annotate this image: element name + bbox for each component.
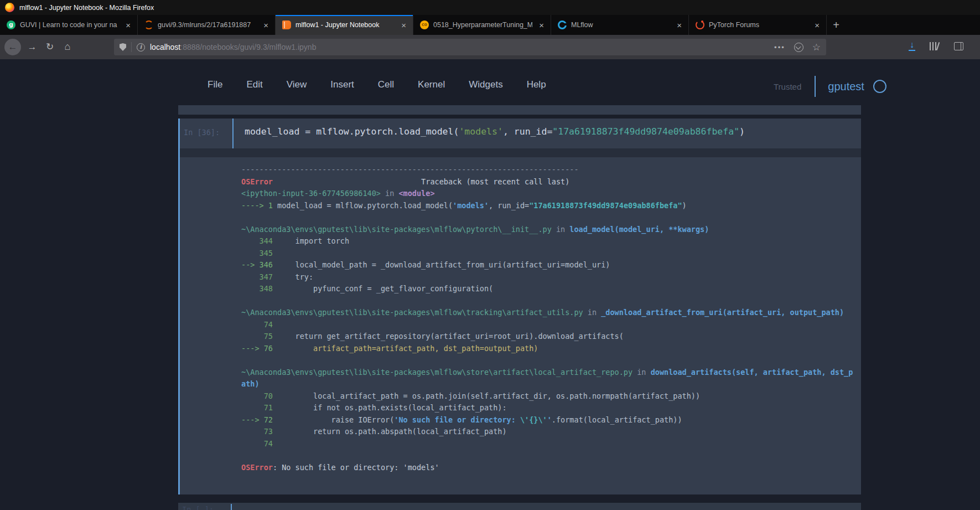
traceback-line	[241, 212, 861, 224]
menu-item-file[interactable]: File	[208, 79, 222, 90]
code-segment: "17a61918873f49dd9874e09ab86fbefa"	[552, 126, 739, 137]
traceback-line: ---> 76 artifact_path=artifact_path, dst…	[241, 343, 861, 355]
menu-item-view[interactable]: View	[287, 79, 307, 90]
new-tab-icon[interactable]: +	[827, 15, 846, 35]
back-icon[interactable]: ←	[4, 39, 21, 55]
forward-icon[interactable]: →	[25, 41, 39, 53]
traceback-line	[241, 450, 861, 462]
traceback-line: ----> 1 model_load = mlflow.pytorch.load…	[241, 200, 861, 212]
traceback-segment: <ipython-input-36-677456986140>	[241, 189, 381, 198]
traceback-line: 73 return os.path.abspath(local_artifact…	[241, 426, 861, 438]
traceback-segment: 71	[241, 403, 313, 412]
traceback-segment: load_model(model_uri, **kwargs)	[569, 225, 709, 234]
menu-item-insert[interactable]: Insert	[330, 79, 354, 90]
url-bar[interactable]: i localhost:8888/notebooks/guvi/9.3/mlfl…	[114, 39, 826, 55]
traceback-line: 345	[241, 248, 861, 260]
traceback-segment: try:	[295, 272, 314, 281]
traceback-segment: 75	[241, 332, 295, 341]
traceback-segment: : No such file or directory: 'models'	[273, 463, 439, 472]
traceback-segment: 73	[241, 427, 313, 436]
traceback-segment: model_load = mlflow.pytorch.load_model(	[277, 201, 453, 210]
code-segment: 'models'	[459, 126, 502, 137]
previous-cell-remnant[interactable]	[178, 105, 861, 115]
tracking-shield-icon[interactable]	[120, 43, 126, 51]
browser-tab[interactable]: PyTorch Forums×	[689, 15, 827, 35]
downloads-icon[interactable]: ↓	[909, 40, 915, 51]
traceback-segment: )	[682, 201, 687, 210]
traceback-segment: if not os.path.exists(local_artifact_pat…	[313, 403, 507, 412]
pytorch-icon	[696, 20, 704, 29]
menu-item-help[interactable]: Help	[527, 79, 546, 90]
reload-icon[interactable]: ↻	[43, 41, 56, 53]
traceback-line: 75 return get_artifact_repository(artifa…	[241, 331, 861, 343]
traceback-segment: 74	[241, 320, 277, 329]
url-text[interactable]: localhost:8888/notebooks/guvi/9.3/mlflow…	[150, 43, 769, 51]
traceback-segment: 348	[241, 284, 313, 293]
menu-item-widgets[interactable]: Widgets	[469, 79, 502, 90]
page-actions-icon[interactable]: •••	[774, 43, 785, 51]
cell-divider	[180, 148, 861, 157]
kernel-name[interactable]: gputest	[828, 80, 864, 93]
traceback-segment: local_artifact_path = os.path.join(self.…	[313, 391, 700, 400]
traceback-segment: in	[381, 189, 399, 198]
traceback-segment: ----------------------------------------…	[241, 165, 579, 174]
traceback-line: OSError Traceback (most recent call last…	[241, 176, 861, 188]
code-segment: )	[739, 126, 745, 137]
traceback-segment: 347	[241, 272, 295, 281]
menu-item-edit[interactable]: Edit	[246, 79, 262, 90]
traceback-line: --> 346 local_model_path = _download_art…	[241, 259, 861, 271]
library-icon[interactable]	[930, 42, 931, 50]
traceback-segment: "17a61918873f49dd9874e09ab86fbefa"	[529, 201, 682, 210]
site-info-icon[interactable]: i	[137, 43, 145, 51]
trusted-badge: Trusted	[774, 82, 801, 91]
jupyter-icon	[282, 20, 291, 29]
traceback-line: 347 try:	[241, 271, 861, 284]
tab-close-icon[interactable]: ×	[537, 20, 546, 30]
pocket-icon[interactable]	[794, 43, 803, 52]
kernel-status-icon	[873, 80, 886, 93]
mlflow-icon	[558, 20, 567, 29]
traceback-segment: in	[632, 368, 651, 377]
url-host: localhost	[150, 43, 180, 51]
text-cursor	[231, 504, 232, 510]
window-title: mlflow1 - Jupyter Notebook - Mozilla Fir…	[19, 4, 154, 12]
colab-icon	[420, 20, 429, 29]
traceback-segment: OSError	[241, 463, 273, 472]
browser-tab[interactable]: 0518_HyperparameterTuning_M×	[413, 15, 551, 35]
browser-tab[interactable]: guvi/9.3/mlruns/2/17a6191887×	[138, 15, 276, 35]
traceback-line: 70 local_artifact_path = os.path.join(se…	[241, 390, 861, 403]
browser-tab[interactable]: mlflow1 - Jupyter Notebook×	[276, 15, 413, 35]
tab-close-icon[interactable]: ×	[399, 20, 408, 30]
traceback-segment: pyfunc_conf = _get_flavor_configuration(	[313, 284, 493, 293]
traceback-segment: OSError	[241, 177, 273, 186]
empty-code-cell[interactable]: In [ ]:	[178, 503, 861, 510]
bookmark-star-icon[interactable]: ☆	[812, 42, 821, 53]
loading-spinner-icon	[144, 20, 153, 29]
traceback-line: <ipython-input-36-677456986140> in <modu…	[241, 188, 861, 200]
tab-close-icon[interactable]: ×	[123, 20, 133, 30]
code-editor[interactable]: model_load = mlflow.pytorch.load_model('…	[232, 119, 861, 148]
traceback-segment: ath)	[241, 379, 260, 388]
traceback-line: 348 pyfunc_conf = _get_flavor_configurat…	[241, 283, 861, 295]
menu-item-kernel[interactable]: Kernel	[418, 79, 445, 90]
tab-close-icon[interactable]: ×	[812, 20, 822, 30]
sidebar-icon[interactable]	[954, 42, 963, 50]
traceback-segment: return get_artifact_repository(artifact_…	[295, 332, 624, 341]
traceback-line: 74	[241, 438, 861, 450]
browser-window: mlflow1 - Jupyter Notebook - Mozilla Fir…	[0, 0, 980, 510]
navigation-toolbar: ← → ↻ ⌂ i localhost:8888/notebooks/guvi/…	[0, 35, 980, 59]
traceback-segment: 74	[241, 439, 277, 448]
home-icon[interactable]: ⌂	[61, 40, 74, 53]
browser-tab[interactable]: GUVI | Learn to code in your na×	[0, 15, 138, 35]
tab-close-icon[interactable]: ×	[261, 20, 271, 30]
traceback-line: 344 import torch	[241, 235, 861, 248]
code-segment: model_load = mlflow.pytorch.load_model(	[245, 126, 459, 137]
kernel-divider	[815, 76, 816, 97]
menu-item-cell[interactable]: Cell	[378, 79, 394, 90]
traceback-segment: \'{}\'	[520, 415, 547, 424]
browser-tab[interactable]: MLflow×	[551, 15, 689, 35]
tab-strip: GUVI | Learn to code in your na×guvi/9.3…	[0, 15, 980, 35]
traceback-line: ath)	[241, 378, 861, 390]
traceback-segment: ---> 72	[241, 415, 331, 424]
tab-close-icon[interactable]: ×	[675, 20, 684, 30]
